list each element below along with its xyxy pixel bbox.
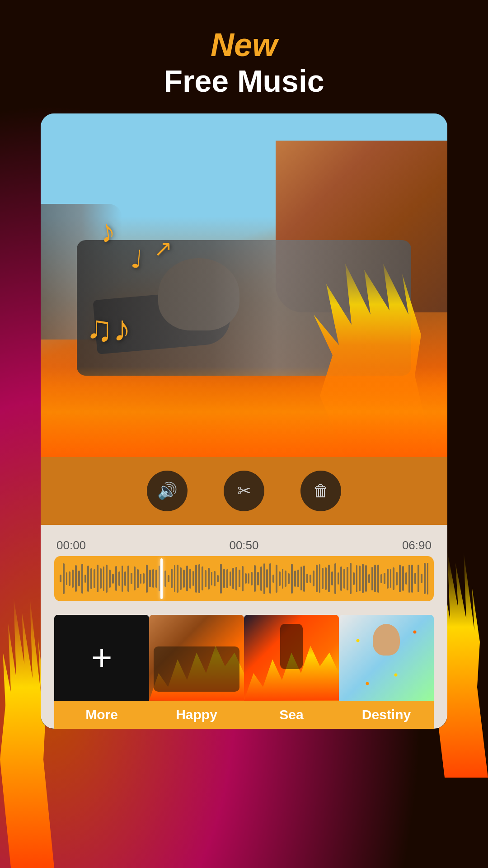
waveform-bar <box>328 565 330 592</box>
waveform-container[interactable] <box>54 556 434 601</box>
waveform-bar <box>81 564 83 594</box>
waveform-bar <box>211 572 213 585</box>
waveform-bar <box>159 566 160 591</box>
playlist-label-more: More <box>54 701 149 729</box>
waveform-bar <box>365 565 367 592</box>
time-labels: 00:00 00:50 06:90 <box>54 538 434 552</box>
waveform-section: 00:00 00:50 06:90 <box>54 538 434 601</box>
thumb-art-destiny <box>339 615 434 701</box>
playlist-thumb-more: + <box>54 615 149 701</box>
waveform-bar <box>359 566 361 591</box>
waveform-bar <box>127 566 129 592</box>
music-notes-group: ♫♪ <box>86 308 131 349</box>
waveform-bar <box>140 574 142 584</box>
waveform-bar <box>198 564 200 593</box>
thumb-art-happy <box>149 615 244 701</box>
trash-icon: 🗑 <box>313 481 329 500</box>
waveform-bar <box>399 565 401 592</box>
waveform-bar <box>171 569 173 588</box>
header-free-music-label: Free Music <box>164 63 324 100</box>
time-end: 06:90 <box>402 538 432 552</box>
waveform-bar <box>377 565 379 593</box>
waveform-bar <box>122 566 123 592</box>
playlist-thumb-happy <box>149 615 244 701</box>
waveform-bar <box>263 563 265 594</box>
waveform-bar <box>186 566 188 591</box>
waveform-bar <box>356 565 358 592</box>
cut-icon: ✂ <box>237 481 251 500</box>
waveform-bar <box>340 566 342 591</box>
waveform-bar <box>63 563 65 594</box>
waveform-bar <box>131 573 132 584</box>
waveform-bar <box>288 573 290 584</box>
volume-button[interactable]: 🔊 <box>147 471 188 511</box>
waveform-bar <box>208 568 210 590</box>
waveform-bar <box>232 568 234 589</box>
waveform-bar <box>421 574 422 583</box>
waveform-bar <box>217 575 219 582</box>
waveform-bar <box>371 567 373 590</box>
playlist-thumb-destiny <box>339 615 434 701</box>
waveform-bar <box>205 570 206 587</box>
waveform-bar <box>109 570 111 588</box>
controls-bar: 🔊 ✂ 🗑 <box>41 457 447 525</box>
waveform-bar <box>66 572 68 585</box>
waveform-bar <box>177 565 178 593</box>
waveform-bar <box>319 564 321 593</box>
waveform-bar <box>266 569 268 588</box>
waveform-bar <box>195 565 197 593</box>
waveform-bar <box>414 573 416 584</box>
waveform-bar <box>152 569 154 588</box>
waveform-bar <box>183 570 185 588</box>
waveform-bar <box>168 575 169 582</box>
waveform-bar <box>90 568 92 590</box>
waveform-bar <box>220 564 222 594</box>
waveform-bar <box>260 566 262 591</box>
waveform-bar <box>69 571 70 586</box>
waveform-bar <box>235 567 237 590</box>
waveform-bar <box>180 567 182 590</box>
bottom-panel: 00:00 00:50 06:90 + More <box>41 525 447 729</box>
waveform-bar <box>164 571 166 587</box>
waveform-bar <box>94 569 95 588</box>
waveform-bar <box>146 565 148 593</box>
main-card: ♪ ♩ ↗ ♫♪ 🔊 ✂ 🗑 00:00 00:50 0 <box>41 113 447 729</box>
thumb-art-sea <box>244 615 339 701</box>
waveform-bar <box>192 571 194 586</box>
waveform-bar <box>72 570 74 587</box>
thumb-sea-figure <box>280 624 303 669</box>
waveform-bar <box>402 566 404 591</box>
waveform-bar <box>189 569 191 589</box>
waveform-bar <box>374 565 376 592</box>
playlist-item-sea[interactable]: Sea <box>244 615 339 729</box>
waveform-bar <box>331 571 333 585</box>
waveform-bar <box>297 570 299 587</box>
waveform-bar <box>396 572 398 585</box>
waveform-bar <box>282 569 284 589</box>
waveform-bar <box>325 567 327 590</box>
waveform-bar <box>60 575 61 582</box>
playlist-item-destiny[interactable]: Destiny <box>339 615 434 729</box>
cut-button[interactable]: ✂ <box>224 471 264 511</box>
waveform-bar <box>294 571 296 587</box>
waveform-bar <box>248 573 250 584</box>
waveform-bar <box>223 569 225 588</box>
header-new-label: New <box>164 27 324 63</box>
waveform-bar <box>310 575 311 583</box>
playlist-item-more[interactable]: + More <box>54 615 149 729</box>
waveform-bar <box>405 572 407 585</box>
waveform-bar <box>322 568 324 589</box>
playlist-item-happy[interactable]: Happy <box>149 615 244 729</box>
waveform-bar <box>300 566 302 590</box>
music-note-2: ♩ <box>130 244 144 274</box>
time-start: 00:00 <box>56 538 86 552</box>
waveform-bar <box>303 566 305 592</box>
volume-icon: 🔊 <box>157 481 178 500</box>
waveform-bar <box>362 564 364 593</box>
waveform-bar <box>118 571 120 586</box>
delete-button[interactable]: 🗑 <box>300 471 341 511</box>
waveform-bar <box>202 566 203 590</box>
time-mid: 00:50 <box>229 538 258 552</box>
waveform-bar <box>84 575 86 583</box>
waveform-bar <box>257 572 259 585</box>
